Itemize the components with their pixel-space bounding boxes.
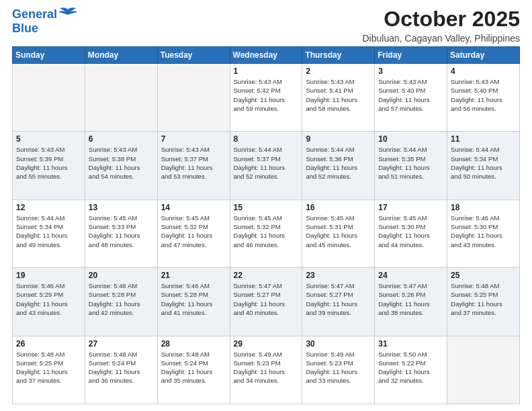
day-number: 2 [306,66,371,76]
weekday-header-row: Sunday Monday Tuesday Wednesday Thursday… [13,47,520,64]
calendar-cell [447,336,520,404]
day-number: 30 [306,339,371,349]
calendar-cell: 19Sunrise: 5:46 AMSunset: 5:29 PMDayligh… [13,268,85,336]
day-number: 5 [16,134,81,144]
day-info: Sunrise: 5:44 AMSunset: 5:34 PMDaylight:… [451,145,516,181]
calendar-cell: 5Sunrise: 5:43 AMSunset: 5:39 PMDaylight… [13,132,85,199]
day-info: Sunrise: 5:43 AMSunset: 5:40 PMDaylight:… [451,77,516,113]
day-number: 12 [16,203,81,212]
day-number: 19 [16,271,81,280]
day-info: Sunrise: 5:49 AMSunset: 5:23 PMDaylight:… [234,350,299,385]
calendar-cell [13,64,85,132]
day-info: Sunrise: 5:45 AMSunset: 5:31 PMDaylight:… [306,214,371,249]
day-info: Sunrise: 5:44 AMSunset: 5:34 PMDaylight:… [16,214,81,249]
calendar-cell: 27Sunrise: 5:48 AMSunset: 5:24 PMDayligh… [85,336,157,404]
th-wednesday: Wednesday [230,47,302,64]
week-row-0: 1Sunrise: 5:43 AMSunset: 5:42 PMDaylight… [13,64,520,132]
day-info: Sunrise: 5:49 AMSunset: 5:23 PMDaylight:… [306,350,371,385]
calendar-cell: 12Sunrise: 5:44 AMSunset: 5:34 PMDayligh… [13,199,85,267]
day-info: Sunrise: 5:44 AMSunset: 5:35 PMDaylight:… [378,145,443,181]
calendar-cell: 9Sunrise: 5:44 AMSunset: 5:36 PMDaylight… [302,132,375,199]
day-number: 18 [451,203,516,212]
calendar-cell: 1Sunrise: 5:43 AMSunset: 5:42 PMDaylight… [230,64,302,132]
day-number: 27 [89,339,154,349]
calendar-cell: 17Sunrise: 5:45 AMSunset: 5:30 PMDayligh… [375,199,447,267]
day-number: 16 [306,203,371,212]
th-saturday: Saturday [447,47,520,64]
day-number: 24 [378,271,443,280]
day-info: Sunrise: 5:45 AMSunset: 5:32 PMDaylight:… [234,214,299,249]
subtitle: Dibuluan, Cagayan Valley, Philippines [362,33,520,44]
calendar-cell: 14Sunrise: 5:45 AMSunset: 5:32 PMDayligh… [157,199,230,267]
calendar-cell: 20Sunrise: 5:46 AMSunset: 5:28 PMDayligh… [85,268,157,336]
day-info: Sunrise: 5:48 AMSunset: 5:25 PMDaylight:… [16,350,81,385]
day-number: 26 [16,339,81,349]
calendar-cell: 22Sunrise: 5:47 AMSunset: 5:27 PMDayligh… [230,268,302,336]
day-number: 23 [306,271,371,280]
th-tuesday: Tuesday [157,47,230,64]
logo-general-span: General [12,7,57,21]
logo-bird-icon [58,7,77,21]
day-info: Sunrise: 5:43 AMSunset: 5:37 PMDaylight:… [161,145,226,181]
th-friday: Friday [375,47,447,64]
month-title: October 2025 [362,7,520,32]
day-number: 29 [234,339,299,349]
calendar-cell: 23Sunrise: 5:47 AMSunset: 5:27 PMDayligh… [302,268,375,336]
day-number: 6 [89,134,154,144]
day-info: Sunrise: 5:46 AMSunset: 5:28 PMDaylight:… [161,281,226,317]
calendar-cell: 25Sunrise: 5:48 AMSunset: 5:25 PMDayligh… [447,268,520,336]
day-number: 8 [234,134,299,144]
day-number: 13 [89,203,154,212]
week-row-2: 12Sunrise: 5:44 AMSunset: 5:34 PMDayligh… [13,199,520,267]
calendar-cell: 11Sunrise: 5:44 AMSunset: 5:34 PMDayligh… [447,132,520,199]
calendar-cell: 26Sunrise: 5:48 AMSunset: 5:25 PMDayligh… [13,336,85,404]
calendar-cell [157,64,230,132]
calendar-cell: 29Sunrise: 5:49 AMSunset: 5:23 PMDayligh… [230,336,302,404]
day-number: 25 [451,271,516,280]
day-number: 21 [161,271,226,280]
calendar-cell: 3Sunrise: 5:43 AMSunset: 5:40 PMDaylight… [375,64,447,132]
day-number: 28 [161,339,226,349]
day-number: 11 [451,134,516,144]
th-thursday: Thursday [302,47,375,64]
day-number: 4 [451,66,516,76]
calendar-cell: 4Sunrise: 5:43 AMSunset: 5:40 PMDaylight… [447,64,520,132]
page: General Blue October 2025 Dibuluan, Caga… [0,0,532,411]
day-info: Sunrise: 5:46 AMSunset: 5:29 PMDaylight:… [16,281,81,317]
day-info: Sunrise: 5:45 AMSunset: 5:30 PMDaylight:… [378,214,443,249]
day-number: 10 [378,134,443,144]
day-number: 20 [89,271,154,280]
title-area: October 2025 Dibuluan, Cagayan Valley, P… [362,7,520,44]
calendar-cell: 31Sunrise: 5:50 AMSunset: 5:22 PMDayligh… [375,336,447,404]
day-number: 14 [161,203,226,212]
calendar-header: Sunday Monday Tuesday Wednesday Thursday… [13,47,520,64]
calendar-cell: 2Sunrise: 5:43 AMSunset: 5:41 PMDaylight… [302,64,375,132]
day-info: Sunrise: 5:43 AMSunset: 5:38 PMDaylight:… [89,145,154,181]
logo-general-text: General [12,8,57,20]
calendar-cell: 30Sunrise: 5:49 AMSunset: 5:23 PMDayligh… [302,336,375,404]
calendar-body: 1Sunrise: 5:43 AMSunset: 5:42 PMDaylight… [13,64,520,404]
day-info: Sunrise: 5:47 AMSunset: 5:27 PMDaylight:… [306,281,371,317]
calendar-cell: 7Sunrise: 5:43 AMSunset: 5:37 PMDaylight… [157,132,230,199]
day-info: Sunrise: 5:43 AMSunset: 5:39 PMDaylight:… [16,145,81,181]
day-info: Sunrise: 5:44 AMSunset: 5:36 PMDaylight:… [306,145,371,181]
day-info: Sunrise: 5:45 AMSunset: 5:33 PMDaylight:… [89,214,154,249]
calendar-cell: 6Sunrise: 5:43 AMSunset: 5:38 PMDaylight… [85,132,157,199]
calendar-cell: 28Sunrise: 5:48 AMSunset: 5:24 PMDayligh… [157,336,230,404]
day-info: Sunrise: 5:43 AMSunset: 5:41 PMDaylight:… [306,77,371,113]
day-number: 22 [234,271,299,280]
calendar-cell: 10Sunrise: 5:44 AMSunset: 5:35 PMDayligh… [375,132,447,199]
calendar-cell: 15Sunrise: 5:45 AMSunset: 5:32 PMDayligh… [230,199,302,267]
calendar-cell: 13Sunrise: 5:45 AMSunset: 5:33 PMDayligh… [85,199,157,267]
day-info: Sunrise: 5:47 AMSunset: 5:26 PMDaylight:… [378,281,443,317]
calendar-cell: 16Sunrise: 5:45 AMSunset: 5:31 PMDayligh… [302,199,375,267]
day-info: Sunrise: 5:50 AMSunset: 5:22 PMDaylight:… [378,350,443,385]
day-info: Sunrise: 5:47 AMSunset: 5:27 PMDaylight:… [234,281,299,317]
day-number: 17 [378,203,443,212]
day-number: 3 [378,66,443,76]
day-info: Sunrise: 5:48 AMSunset: 5:24 PMDaylight:… [161,350,226,385]
day-info: Sunrise: 5:44 AMSunset: 5:37 PMDaylight:… [234,145,299,181]
day-info: Sunrise: 5:46 AMSunset: 5:30 PMDaylight:… [451,214,516,249]
day-info: Sunrise: 5:48 AMSunset: 5:25 PMDaylight:… [451,281,516,317]
week-row-1: 5Sunrise: 5:43 AMSunset: 5:39 PMDaylight… [13,132,520,199]
